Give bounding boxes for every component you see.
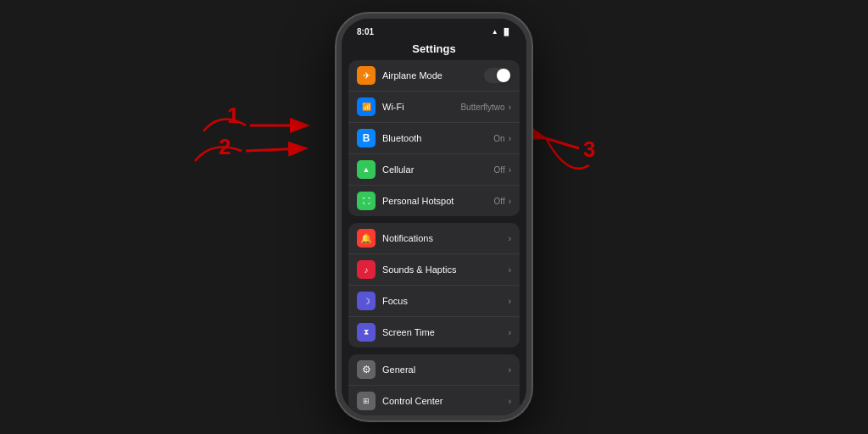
phone-device: 8:01 ▲ ▐▌ Settings ✈ Airplane Mode 📶 Wi-… xyxy=(337,14,531,420)
screen-time-chevron-icon: › xyxy=(509,328,511,337)
focus-label: Focus xyxy=(382,296,509,306)
bluetooth-label: Bluetooth xyxy=(382,133,493,143)
group-system: ⚙ General › ⊞ Control Center › AA Displa… xyxy=(348,354,520,415)
battery-status-icon: ▐▌ xyxy=(502,28,511,36)
bluetooth-icon: B xyxy=(357,129,376,147)
group-connectivity: ✈ Airplane Mode 📶 Wi-Fi Butterflytwo › B… xyxy=(348,60,520,216)
screen-time-label: Screen Time xyxy=(382,327,509,337)
cellular-chevron-icon: › xyxy=(509,165,511,175)
control-center-label: Control Center xyxy=(382,396,509,406)
settings-row-personal-hotspot[interactable]: ⛶ Personal Hotspot Off › xyxy=(348,186,520,216)
phone-screen: 8:01 ▲ ▐▌ Settings ✈ Airplane Mode 📶 Wi-… xyxy=(342,19,526,415)
airplane-mode-icon: ✈ xyxy=(357,66,376,85)
settings-row-notifications[interactable]: 🔔 Notifications › xyxy=(348,223,520,254)
cellular-icon: ▲ xyxy=(357,160,376,179)
settings-row-screen-time[interactable]: ⧗ Screen Time › xyxy=(348,317,520,348)
status-time: 8:01 xyxy=(357,27,374,36)
sounds-haptics-label: Sounds & Haptics xyxy=(382,264,509,275)
settings-row-bluetooth[interactable]: B Bluetooth On › xyxy=(348,123,520,154)
focus-chevron-icon: › xyxy=(509,297,511,306)
general-label: General xyxy=(382,364,509,375)
wifi-status-icon: ▲ xyxy=(492,28,498,36)
general-icon: ⚙ xyxy=(357,360,376,379)
airplane-mode-toggle[interactable] xyxy=(484,68,511,83)
airplane-mode-label: Airplane Mode xyxy=(382,70,484,81)
settings-row-wifi[interactable]: 📶 Wi-Fi Butterflytwo › xyxy=(348,92,520,123)
status-icons: ▲ ▐▌ xyxy=(492,28,511,36)
phone-notch xyxy=(396,19,472,37)
personal-hotspot-icon: ⛶ xyxy=(357,192,376,210)
cellular-value: Off xyxy=(494,165,505,175)
sounds-haptics-chevron-icon: › xyxy=(509,265,511,275)
general-chevron-icon: › xyxy=(509,365,511,375)
bluetooth-value: On xyxy=(493,134,504,143)
focus-icon: ☽ xyxy=(357,292,376,310)
control-center-icon: ⊞ xyxy=(357,392,376,410)
svg-text:3: 3 xyxy=(583,136,595,162)
settings-row-cellular[interactable]: ▲ Cellular Off › xyxy=(348,154,520,186)
wifi-chevron-icon: › xyxy=(509,103,511,112)
settings-row-airplane-mode[interactable]: ✈ Airplane Mode xyxy=(348,60,520,92)
personal-hotspot-value: Off xyxy=(494,197,505,206)
svg-text:2: 2 xyxy=(219,134,231,159)
control-center-chevron-icon: › xyxy=(509,397,511,406)
cellular-label: Cellular xyxy=(382,164,494,175)
svg-text:1: 1 xyxy=(227,103,239,128)
settings-title: Settings xyxy=(342,41,526,60)
wifi-value: Butterflytwo xyxy=(460,103,504,112)
settings-row-focus[interactable]: ☽ Focus › xyxy=(348,286,520,317)
notifications-chevron-icon: › xyxy=(509,234,511,243)
bluetooth-chevron-icon: › xyxy=(509,134,511,143)
settings-row-control-center[interactable]: ⊞ Control Center › xyxy=(348,386,520,415)
personal-hotspot-label: Personal Hotspot xyxy=(382,196,494,206)
wifi-icon: 📶 xyxy=(357,97,376,116)
notifications-icon: 🔔 xyxy=(357,229,376,248)
notifications-label: Notifications xyxy=(382,233,509,243)
wifi-label: Wi-Fi xyxy=(382,102,460,112)
group-alerts: 🔔 Notifications › ♪ Sounds & Haptics › ☽… xyxy=(348,223,520,348)
settings-row-general[interactable]: ⚙ General › xyxy=(348,354,520,386)
settings-row-sounds-haptics[interactable]: ♪ Sounds & Haptics › xyxy=(348,254,520,286)
sounds-haptics-icon: ♪ xyxy=(357,260,376,279)
personal-hotspot-chevron-icon: › xyxy=(509,197,511,206)
screen-time-icon: ⧗ xyxy=(357,323,376,342)
